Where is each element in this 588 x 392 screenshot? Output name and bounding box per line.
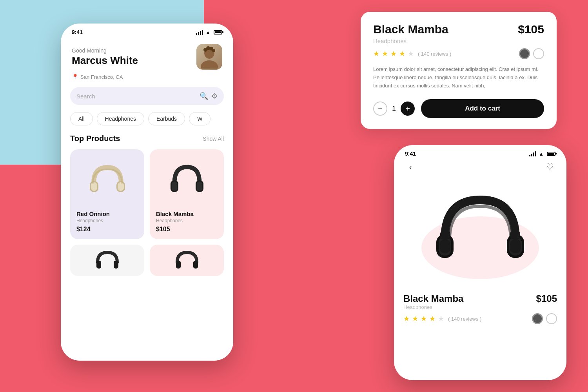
category-headphones[interactable]: Headphones bbox=[97, 112, 144, 125]
star-2: ★ bbox=[382, 49, 388, 58]
quantity-control: − 1 + bbox=[373, 102, 415, 116]
color-dark[interactable] bbox=[519, 48, 530, 59]
pr-star-1: ★ bbox=[403, 314, 410, 323]
product-card-partial bbox=[70, 245, 144, 276]
svg-rect-14 bbox=[96, 261, 101, 269]
hero-headphone-image bbox=[429, 188, 531, 276]
signal-icon bbox=[196, 29, 203, 35]
svg-rect-13 bbox=[197, 181, 202, 191]
headphone-black-svg bbox=[167, 162, 207, 201]
decrement-button[interactable]: − bbox=[373, 102, 387, 116]
product-description: Lorem ipsum dolor sit amet, consectetur … bbox=[373, 65, 544, 90]
avatar-image bbox=[196, 44, 222, 70]
location-row: 📍 San Francisco, CA bbox=[61, 74, 233, 87]
status-bar-left: 9:41 ▲ bbox=[61, 24, 233, 38]
color-white[interactable] bbox=[533, 48, 544, 59]
quantity-value: 1 bbox=[392, 105, 396, 113]
back-button[interactable]: ‹ bbox=[403, 160, 417, 174]
signal-bar-2 bbox=[198, 32, 199, 35]
card-actions: − 1 + Add to cart bbox=[373, 99, 544, 118]
card-header: Black Mamba $105 bbox=[373, 23, 544, 36]
status-bar-right: 9:41 ▲ bbox=[394, 145, 566, 160]
phone-right-category: Headphones bbox=[403, 304, 557, 310]
svg-rect-7 bbox=[91, 182, 97, 191]
profile-section: Good Morning Marcus White bbox=[61, 38, 233, 74]
hero-headphone-svg bbox=[429, 188, 531, 274]
product-hero bbox=[394, 177, 566, 287]
svg-rect-23 bbox=[510, 239, 521, 253]
svg-point-1 bbox=[201, 60, 218, 69]
products-row2 bbox=[61, 239, 233, 276]
phone-right-details: Black Mamba $105 Headphones ★ ★ ★ ★ ★ ( … bbox=[394, 287, 566, 324]
category-other[interactable]: W bbox=[189, 112, 211, 125]
filter-icon[interactable]: ⚙ bbox=[211, 92, 218, 100]
phone-right-price: $105 bbox=[536, 293, 557, 304]
search-placeholder: Search bbox=[76, 93, 196, 100]
phone-right-title-row: Black Mamba $105 bbox=[403, 293, 557, 304]
pr-star-3: ★ bbox=[421, 314, 427, 323]
svg-rect-11 bbox=[172, 181, 177, 191]
phone-right-product-name: Black Mamba bbox=[403, 293, 463, 304]
star-4: ★ bbox=[399, 49, 405, 58]
add-to-cart-button[interactable]: Add to cart bbox=[421, 99, 544, 118]
product-name-2: Black Mamba bbox=[156, 211, 194, 217]
star-1: ★ bbox=[373, 49, 379, 58]
signal-icon-right bbox=[529, 151, 536, 156]
product-name-1: Red Onnion bbox=[76, 211, 110, 217]
svg-rect-9 bbox=[118, 182, 124, 191]
svg-rect-24 bbox=[440, 231, 450, 239]
card-rating-row: ★ ★ ★ ★ ★ ( 140 reviews ) bbox=[373, 48, 544, 59]
card-product-name: Black Mamba bbox=[373, 23, 448, 36]
product-price-1: $124 bbox=[76, 226, 91, 233]
phone-right: 9:41 ▲ ‹ ♡ bbox=[394, 145, 566, 380]
signal-bar-3 bbox=[200, 31, 201, 35]
product-category-1: Headphones bbox=[76, 218, 103, 223]
increment-button[interactable]: + bbox=[401, 102, 415, 116]
greeting-label: Good Morning bbox=[72, 47, 138, 54]
star-5: ★ bbox=[408, 49, 414, 58]
pr-reviews: ( 140 reviews ) bbox=[448, 316, 481, 322]
category-earbuds[interactable]: Earbuds bbox=[148, 112, 185, 125]
signal-bar-4 bbox=[202, 30, 203, 35]
battery-icon-right bbox=[547, 152, 555, 156]
section-title: Top Products bbox=[70, 134, 120, 143]
color-options bbox=[519, 48, 544, 59]
show-all-link[interactable]: Show All bbox=[203, 136, 224, 142]
signal-bar-1 bbox=[196, 33, 197, 35]
product-image-black-mamba bbox=[156, 156, 218, 207]
pr-star-2: ★ bbox=[412, 314, 418, 323]
phone-right-color-options bbox=[532, 313, 557, 324]
svg-rect-25 bbox=[510, 231, 520, 239]
product-card-partial-2 bbox=[150, 245, 224, 276]
reviews-count: ( 140 reviews ) bbox=[418, 51, 451, 57]
location-pin-icon: 📍 bbox=[72, 74, 78, 80]
product-detail-card: Black Mamba $105 Headphones ★ ★ ★ ★ ★ ( … bbox=[361, 12, 557, 129]
pr-star-5: ★ bbox=[438, 314, 444, 323]
favorite-button[interactable]: ♡ bbox=[543, 160, 557, 174]
time-left: 9:41 bbox=[72, 29, 83, 35]
product-card-black-mamba[interactable]: Black Mamba Headphones $105 bbox=[150, 149, 224, 239]
star-3: ★ bbox=[390, 49, 397, 58]
time-right: 9:41 bbox=[405, 151, 416, 157]
battery-icon bbox=[214, 30, 222, 34]
product-card-red-onnion[interactable]: Red Onnion Headphones $124 bbox=[70, 149, 144, 239]
status-icons-right: ▲ bbox=[529, 151, 555, 157]
search-icon[interactable]: 🔍 bbox=[200, 92, 208, 100]
section-header: Top Products Show All bbox=[61, 134, 233, 149]
products-grid: Red Onnion Headphones $124 Black Mamba bbox=[61, 149, 233, 239]
search-bar[interactable]: Search 🔍 ⚙ bbox=[70, 87, 224, 105]
phone-right-rating: ★ ★ ★ ★ ★ ( 140 reviews ) bbox=[403, 313, 557, 324]
phone-left: 9:41 ▲ Good Morning Marcus White bbox=[61, 24, 233, 361]
battery-fill bbox=[215, 31, 221, 33]
product-price-2: $105 bbox=[156, 226, 170, 233]
partial-headphone-svg bbox=[96, 250, 119, 270]
headphone-white-svg bbox=[86, 162, 129, 201]
avatar-svg bbox=[200, 45, 219, 69]
pr-star-4: ★ bbox=[429, 314, 436, 323]
product-image-red-onnion bbox=[76, 156, 138, 207]
categories-row: All Headphones Earbuds W bbox=[61, 112, 233, 134]
svg-rect-15 bbox=[114, 261, 118, 269]
pr-color-white[interactable] bbox=[546, 313, 557, 324]
pr-color-dark[interactable] bbox=[532, 313, 543, 324]
category-all[interactable]: All bbox=[70, 112, 93, 125]
